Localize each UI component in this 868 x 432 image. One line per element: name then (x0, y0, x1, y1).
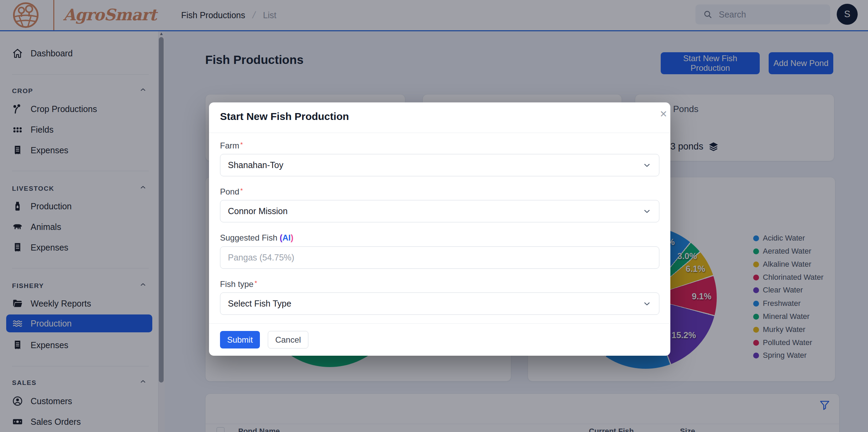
fish-type-select[interactable]: Select Fish Type (220, 292, 659, 315)
farm-label: Farm* (220, 141, 243, 151)
cancel-button[interactable]: Cancel (268, 331, 308, 348)
chevron-down-icon (642, 161, 651, 170)
farm-select[interactable]: Shanahan-Toy (220, 154, 659, 176)
modal-title: Start New Fish Production (220, 111, 349, 122)
modal-header-divider (209, 133, 670, 133)
suggested-fish-label: Suggested Fish (AI) (220, 233, 293, 243)
submit-button[interactable]: Submit (220, 331, 260, 348)
modal-footer-divider (209, 323, 670, 324)
fish-type-label: Fish type* (220, 279, 257, 289)
suggested-fish-input[interactable] (220, 246, 659, 269)
close-icon[interactable]: ✕ (657, 107, 670, 121)
chevron-down-icon (642, 207, 651, 216)
app-root: Fish Productions Start New Fish Producti… (0, 0, 868, 432)
start-new-fish-production-modal: Start New Fish Production ✕ Farm* Shanah… (209, 102, 670, 356)
pond-select[interactable]: Connor Mission (220, 200, 659, 222)
chevron-down-icon (642, 299, 651, 308)
pond-label: Pond* (220, 187, 243, 197)
